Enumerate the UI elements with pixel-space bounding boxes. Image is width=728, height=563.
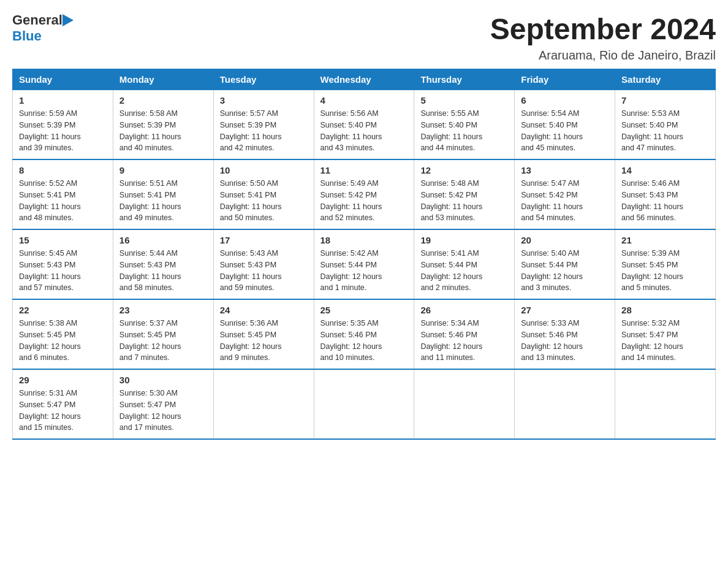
logo: General Blue: [12, 12, 74, 44]
table-row: 3 Sunrise: 5:57 AMSunset: 5:39 PMDayligh…: [213, 90, 314, 160]
day-info: Sunrise: 5:45 AMSunset: 5:43 PMDaylight:…: [19, 248, 107, 294]
day-number: 12: [420, 165, 508, 175]
logo-arrow-icon: [63, 14, 74, 26]
table-row: 12 Sunrise: 5:48 AMSunset: 5:42 PMDaylig…: [414, 159, 515, 229]
table-row: 26 Sunrise: 5:34 AMSunset: 5:46 PMDaylig…: [414, 299, 515, 369]
title-area: September 2024 Araruama, Rio de Janeiro,…: [490, 12, 716, 63]
day-number: 19: [420, 235, 508, 245]
col-wednesday: Wednesday: [314, 69, 414, 90]
day-number: 3: [220, 95, 308, 105]
day-number: 21: [621, 235, 709, 245]
day-number: 9: [119, 165, 207, 175]
day-info: Sunrise: 5:35 AMSunset: 5:46 PMDaylight:…: [320, 318, 408, 364]
svg-marker-0: [63, 14, 74, 26]
day-info: Sunrise: 5:40 AMSunset: 5:44 PMDaylight:…: [521, 248, 609, 294]
month-title: September 2024: [490, 12, 716, 46]
day-info: Sunrise: 5:50 AMSunset: 5:41 PMDaylight:…: [220, 178, 308, 224]
day-info: Sunrise: 5:56 AMSunset: 5:40 PMDaylight:…: [320, 108, 408, 154]
table-row: 2 Sunrise: 5:58 AMSunset: 5:39 PMDayligh…: [113, 90, 213, 160]
table-row: [414, 369, 515, 439]
table-row: 30 Sunrise: 5:30 AMSunset: 5:47 PMDaylig…: [113, 369, 213, 439]
day-info: Sunrise: 5:32 AMSunset: 5:47 PMDaylight:…: [621, 318, 709, 364]
day-info: Sunrise: 5:48 AMSunset: 5:42 PMDaylight:…: [420, 178, 508, 224]
logo-general-text: General: [12, 12, 63, 28]
calendar-week-row-1: 1 Sunrise: 5:59 AMSunset: 5:39 PMDayligh…: [13, 90, 716, 160]
day-info: Sunrise: 5:51 AMSunset: 5:41 PMDaylight:…: [119, 178, 207, 224]
day-info: Sunrise: 5:42 AMSunset: 5:44 PMDaylight:…: [320, 248, 408, 294]
day-info: Sunrise: 5:38 AMSunset: 5:45 PMDaylight:…: [19, 318, 107, 364]
day-info: Sunrise: 5:49 AMSunset: 5:42 PMDaylight:…: [320, 178, 408, 224]
day-number: 18: [320, 235, 408, 245]
day-info: Sunrise: 5:58 AMSunset: 5:39 PMDaylight:…: [119, 108, 207, 154]
day-number: 29: [19, 375, 107, 385]
day-info: Sunrise: 5:53 AMSunset: 5:40 PMDaylight:…: [621, 108, 709, 154]
day-info: Sunrise: 5:46 AMSunset: 5:43 PMDaylight:…: [621, 178, 709, 224]
day-number: 13: [521, 165, 609, 175]
day-number: 20: [521, 235, 609, 245]
table-row: 18 Sunrise: 5:42 AMSunset: 5:44 PMDaylig…: [314, 229, 414, 299]
table-row: 7 Sunrise: 5:53 AMSunset: 5:40 PMDayligh…: [615, 90, 716, 160]
day-number: 1: [19, 95, 107, 105]
day-number: 7: [621, 95, 709, 105]
day-number: 10: [220, 165, 308, 175]
day-info: Sunrise: 5:31 AMSunset: 5:47 PMDaylight:…: [19, 388, 107, 434]
col-friday: Friday: [515, 69, 615, 90]
logo-blue-text: Blue: [12, 28, 42, 44]
page-header: General Blue September 2024 Araruama, Ri…: [12, 12, 716, 63]
table-row: 15 Sunrise: 5:45 AMSunset: 5:43 PMDaylig…: [13, 229, 113, 299]
calendar-week-row-3: 15 Sunrise: 5:45 AMSunset: 5:43 PMDaylig…: [13, 229, 716, 299]
day-number: 15: [19, 235, 107, 245]
table-row: 1 Sunrise: 5:59 AMSunset: 5:39 PMDayligh…: [13, 90, 113, 160]
day-info: Sunrise: 5:55 AMSunset: 5:40 PMDaylight:…: [420, 108, 508, 154]
table-row: 6 Sunrise: 5:54 AMSunset: 5:40 PMDayligh…: [515, 90, 615, 160]
table-row: 24 Sunrise: 5:36 AMSunset: 5:45 PMDaylig…: [213, 299, 314, 369]
day-info: Sunrise: 5:41 AMSunset: 5:44 PMDaylight:…: [420, 248, 508, 294]
day-info: Sunrise: 5:43 AMSunset: 5:43 PMDaylight:…: [220, 248, 308, 294]
table-row: 19 Sunrise: 5:41 AMSunset: 5:44 PMDaylig…: [414, 229, 515, 299]
day-number: 27: [521, 305, 609, 315]
table-row: 29 Sunrise: 5:31 AMSunset: 5:47 PMDaylig…: [13, 369, 113, 439]
table-row: 16 Sunrise: 5:44 AMSunset: 5:43 PMDaylig…: [113, 229, 213, 299]
table-row: [515, 369, 615, 439]
day-number: 6: [521, 95, 609, 105]
table-row: 21 Sunrise: 5:39 AMSunset: 5:45 PMDaylig…: [615, 229, 716, 299]
table-row: 25 Sunrise: 5:35 AMSunset: 5:46 PMDaylig…: [314, 299, 414, 369]
day-number: 26: [420, 305, 508, 315]
table-row: 17 Sunrise: 5:43 AMSunset: 5:43 PMDaylig…: [213, 229, 314, 299]
day-info: Sunrise: 5:39 AMSunset: 5:45 PMDaylight:…: [621, 248, 709, 294]
col-monday: Monday: [113, 69, 213, 90]
table-row: [213, 369, 314, 439]
day-info: Sunrise: 5:54 AMSunset: 5:40 PMDaylight:…: [521, 108, 609, 154]
col-saturday: Saturday: [615, 69, 716, 90]
table-row: 4 Sunrise: 5:56 AMSunset: 5:40 PMDayligh…: [314, 90, 414, 160]
col-thursday: Thursday: [414, 69, 515, 90]
table-row: [615, 369, 716, 439]
table-row: 9 Sunrise: 5:51 AMSunset: 5:41 PMDayligh…: [113, 159, 213, 229]
day-number: 22: [19, 305, 107, 315]
day-info: Sunrise: 5:44 AMSunset: 5:43 PMDaylight:…: [119, 248, 207, 294]
day-number: 2: [119, 95, 207, 105]
day-number: 5: [420, 95, 508, 105]
calendar-week-row-5: 29 Sunrise: 5:31 AMSunset: 5:47 PMDaylig…: [13, 369, 716, 439]
calendar-table: Sunday Monday Tuesday Wednesday Thursday…: [12, 69, 716, 440]
day-info: Sunrise: 5:30 AMSunset: 5:47 PMDaylight:…: [119, 388, 207, 434]
day-number: 11: [320, 165, 408, 175]
table-row: 8 Sunrise: 5:52 AMSunset: 5:41 PMDayligh…: [13, 159, 113, 229]
day-info: Sunrise: 5:33 AMSunset: 5:46 PMDaylight:…: [521, 318, 609, 364]
day-info: Sunrise: 5:36 AMSunset: 5:45 PMDaylight:…: [220, 318, 308, 364]
calendar-week-row-4: 22 Sunrise: 5:38 AMSunset: 5:45 PMDaylig…: [13, 299, 716, 369]
day-number: 17: [220, 235, 308, 245]
col-tuesday: Tuesday: [213, 69, 314, 90]
day-number: 8: [19, 165, 107, 175]
day-info: Sunrise: 5:59 AMSunset: 5:39 PMDaylight:…: [19, 108, 107, 154]
day-number: 24: [220, 305, 308, 315]
location: Araruama, Rio de Janeiro, Brazil: [490, 48, 716, 63]
day-info: Sunrise: 5:37 AMSunset: 5:45 PMDaylight:…: [119, 318, 207, 364]
table-row: 20 Sunrise: 5:40 AMSunset: 5:44 PMDaylig…: [515, 229, 615, 299]
day-number: 25: [320, 305, 408, 315]
table-row: 5 Sunrise: 5:55 AMSunset: 5:40 PMDayligh…: [414, 90, 515, 160]
day-info: Sunrise: 5:57 AMSunset: 5:39 PMDaylight:…: [220, 108, 308, 154]
col-sunday: Sunday: [13, 69, 113, 90]
day-info: Sunrise: 5:34 AMSunset: 5:46 PMDaylight:…: [420, 318, 508, 364]
day-number: 16: [119, 235, 207, 245]
